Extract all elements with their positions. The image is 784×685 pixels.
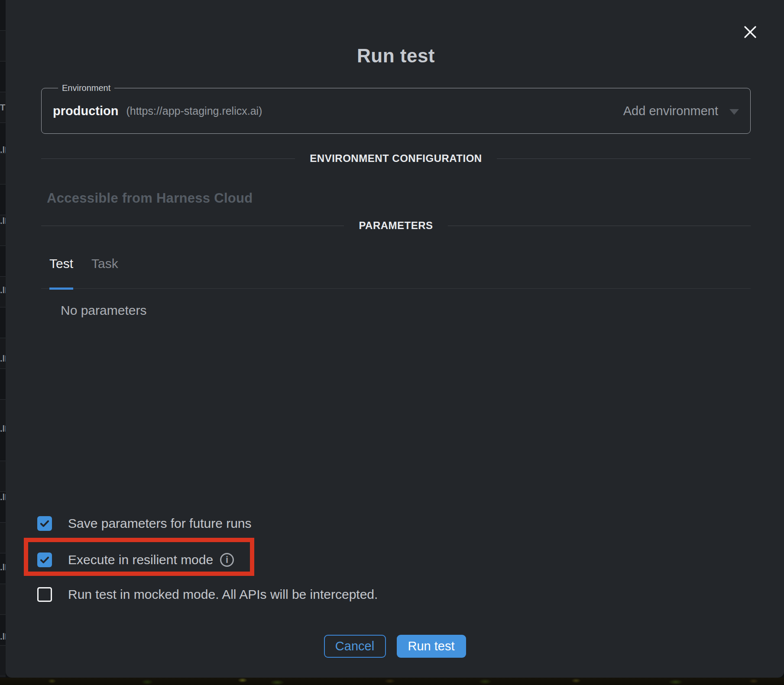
tab-test[interactable]: Test [49,256,73,290]
save-parameters-option[interactable]: Save parameters for future runs [37,516,252,531]
clipped-background-text: .lI [0,632,6,641]
mocked-mode-checkbox[interactable] [37,587,52,602]
environment-field-label: Environment [58,83,114,93]
clipped-background-text: .lI [0,216,6,225]
environment-url: (https://app-staging.relicx.ai) [126,105,262,117]
checkmark-icon [39,518,50,529]
parameters-heading: PARAMETERS [359,220,433,232]
checkmark-icon [39,554,50,565]
environment-name: production [53,104,118,118]
chevron-down-icon [729,109,739,115]
harness-cloud-note: Accessible from Harness Cloud [47,191,253,206]
environment-configuration-divider: ENVIRONMENT CONFIGURATION [41,152,751,165]
parameters-tabbar: Test Task [41,256,751,289]
no-parameters-text: No parameters [61,303,146,318]
close-icon[interactable] [743,25,757,39]
mocked-mode-option[interactable]: Run test in mocked mode. All APIs will b… [37,587,378,602]
clipped-background-text: T [0,103,5,112]
cancel-button[interactable]: Cancel [324,635,386,658]
mocked-mode-label: Run test in mocked mode. All APIs will b… [68,587,378,602]
clipped-background-text: .lI [0,354,6,363]
environment-configuration-heading: ENVIRONMENT CONFIGURATION [310,152,482,165]
run-test-button[interactable]: Run test [397,635,466,658]
background-page-sliver: T .lI .lI .lI .lI .lI .lI .lI .lI [0,0,6,678]
divider-line [497,158,751,159]
resilient-mode-option[interactable]: Execute in resilient mode i [37,553,234,567]
dialog-footer: Cancel Run test [6,635,784,658]
save-parameters-checkbox[interactable] [37,516,52,531]
info-icon[interactable]: i [220,553,234,567]
add-environment-dropdown[interactable]: Add environment [623,104,739,118]
divider-line [448,226,751,226]
environment-field: Environment production (https://app-stag… [41,83,751,134]
clipped-background-text: .lI [0,145,6,154]
parameters-divider: PARAMETERS [41,220,751,232]
save-parameters-label: Save parameters for future runs [68,516,252,531]
run-test-dialog: Run test Environment production (https:/… [6,0,784,678]
background-photo-strip [0,678,784,685]
resilient-mode-label: Execute in resilient mode [68,553,213,567]
clipped-background-text: .lI [0,424,6,433]
clipped-background-text: .lI [0,563,6,572]
dialog-title: Run test [41,45,751,67]
resilient-mode-checkbox[interactable] [37,553,52,567]
divider-line [41,226,344,226]
clipped-background-text: .lI [0,286,6,294]
divider-line [41,158,295,159]
clipped-background-text: .lI [0,493,6,501]
tab-task[interactable]: Task [91,256,118,290]
add-environment-label: Add environment [623,104,718,118]
